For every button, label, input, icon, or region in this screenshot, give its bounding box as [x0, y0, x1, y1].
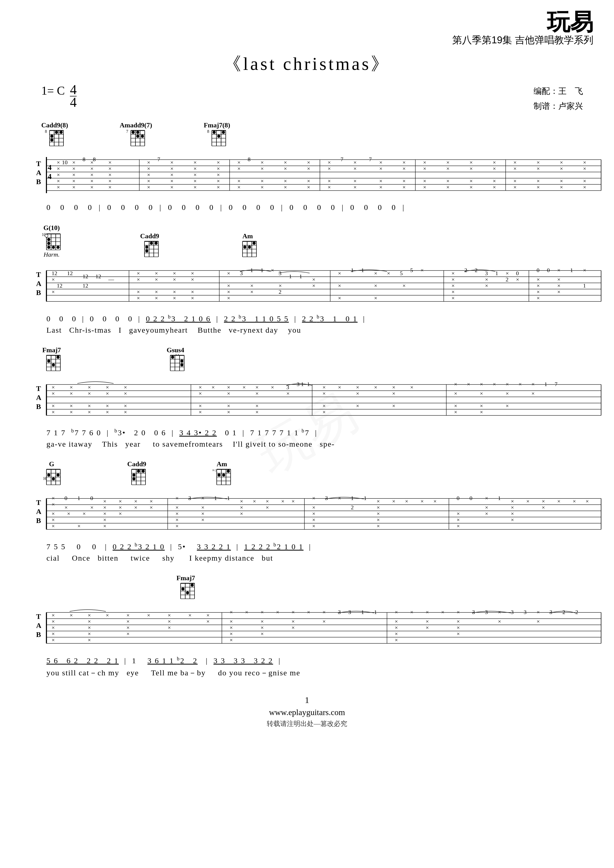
- svg-text:×: ×: [90, 172, 93, 178]
- svg-text:×: ×: [493, 159, 496, 166]
- svg-text:×: ×: [536, 184, 540, 190]
- svg-text:B: B: [36, 516, 41, 524]
- svg-text:×: ×: [126, 631, 129, 637]
- svg-text:×: ×: [511, 504, 514, 511]
- svg-text:×: ×: [338, 282, 341, 289]
- svg-text:×: ×: [322, 609, 326, 615]
- chord-g10: G(10) 10: [41, 224, 62, 258]
- svg-text:×: ×: [173, 295, 176, 301]
- svg-text:8: 8: [93, 156, 96, 163]
- svg-text:1: 1: [364, 495, 367, 501]
- svg-text:×: ×: [377, 504, 380, 511]
- svg-text:2: 2: [563, 609, 565, 615]
- svg-text:×: ×: [379, 178, 382, 184]
- svg-text:×: ×: [245, 609, 248, 615]
- svg-point-455: [218, 473, 221, 477]
- svg-text:×: ×: [480, 381, 483, 388]
- svg-text:×: ×: [227, 282, 230, 289]
- svg-text:×: ×: [312, 516, 315, 523]
- svg-text:×: ×: [201, 495, 204, 501]
- svg-text:×: ×: [513, 165, 516, 172]
- svg-text:×: ×: [457, 624, 460, 631]
- svg-text:×: ×: [457, 618, 460, 625]
- svg-text:×: ×: [322, 384, 326, 391]
- svg-text:×: ×: [51, 631, 55, 637]
- lyrics-row-3: ga-ve itaway This year to savemefromtear…: [21, 438, 593, 450]
- website: www.eplayguitars.com: [21, 708, 593, 717]
- svg-text:×: ×: [457, 510, 460, 517]
- svg-point-333: [180, 360, 183, 363]
- svg-text:×: ×: [51, 624, 55, 631]
- svg-text:×: ×: [446, 178, 449, 184]
- svg-text:×: ×: [108, 159, 112, 166]
- svg-text:×: ×: [423, 159, 426, 166]
- svg-text:×: ×: [454, 409, 457, 415]
- svg-text:×: ×: [513, 159, 516, 166]
- svg-text:×: ×: [410, 384, 413, 391]
- tab-staff-2: T A B 12 12 12: [31, 260, 604, 312]
- svg-text:×: ×: [168, 612, 171, 618]
- svg-text:×: ×: [261, 609, 264, 615]
- svg-text:×: ×: [292, 498, 295, 504]
- svg-text:×: ×: [405, 498, 408, 504]
- svg-text:×: ×: [536, 282, 540, 289]
- svg-text:×: ×: [469, 165, 473, 172]
- svg-text:×: ×: [227, 288, 230, 295]
- svg-text:×: ×: [72, 159, 75, 166]
- tab-staff-4: T A B × 0 1 0 × ×: [31, 488, 604, 540]
- svg-text:×: ×: [261, 159, 264, 166]
- header-right: 玩易 第八季第19集 吉他弹唱教学系列: [452, 10, 593, 46]
- svg-text:1: 1: [374, 609, 377, 615]
- section-1: Cadd9(8) 8: [21, 121, 593, 214]
- svg-text:12: 12: [82, 282, 88, 289]
- svg-text:×: ×: [307, 159, 310, 166]
- svg-text:×: ×: [485, 282, 488, 289]
- svg-text:×: ×: [90, 504, 93, 511]
- numbers-row-2: 0 0 0 | 0 0 0 0 | 0 2 2 b3 2 1 0 6 | 2 2…: [21, 312, 593, 324]
- svg-point-428: [47, 473, 50, 477]
- svg-text:×: ×: [147, 172, 150, 178]
- svg-text:×: ×: [506, 270, 509, 276]
- svg-text:×: ×: [454, 381, 457, 388]
- svg-text:×: ×: [217, 172, 220, 178]
- svg-point-26: [136, 135, 139, 138]
- svg-text:×: ×: [426, 609, 429, 615]
- svg-text:×: ×: [557, 282, 560, 289]
- svg-text:×: ×: [67, 510, 70, 517]
- svg-text:×: ×: [379, 165, 382, 172]
- svg-text:×: ×: [255, 403, 258, 409]
- svg-text:—: —: [108, 276, 114, 283]
- svg-point-209: [248, 245, 251, 249]
- svg-point-195: [145, 245, 148, 249]
- svg-text:×: ×: [278, 282, 282, 289]
- svg-text:×: ×: [395, 624, 398, 631]
- svg-text:×: ×: [119, 504, 122, 511]
- svg-text:T: T: [36, 160, 41, 167]
- svg-point-185: [56, 246, 60, 249]
- svg-text:×: ×: [88, 618, 91, 625]
- svg-text:×: ×: [387, 270, 390, 276]
- chord-cadd9-3: Cadd9: [126, 460, 147, 486]
- svg-text:×: ×: [307, 178, 310, 184]
- svg-text:1: 1: [250, 267, 253, 273]
- tab-staff-3: T A B × × × × × × ×: [31, 374, 604, 426]
- series-info: 第八季第19集 吉他弹唱教学系列: [452, 34, 593, 46]
- svg-text:×: ×: [322, 409, 326, 415]
- svg-text:×: ×: [240, 510, 243, 517]
- svg-point-566: [191, 584, 194, 587]
- svg-text:×: ×: [284, 178, 287, 184]
- svg-text:×: ×: [255, 384, 258, 391]
- numbers-row-3: 7 1 7 b7 7 6 0 | b3• 2 0 0 6 | 3 4 3• 2 …: [21, 426, 593, 438]
- svg-text:×: ×: [519, 381, 522, 388]
- svg-text:×: ×: [147, 159, 150, 166]
- svg-text:×: ×: [227, 295, 230, 301]
- svg-text:×: ×: [124, 384, 127, 391]
- svg-text:8: 8: [248, 156, 250, 163]
- chord-am-2: Am ×○: [211, 460, 232, 486]
- footer: 1 www.eplayguitars.com 转载请注明出处—篡改必究: [21, 695, 593, 728]
- svg-text:×: ×: [322, 390, 326, 397]
- svg-text:×: ×: [292, 618, 295, 625]
- svg-text:×: ×: [134, 504, 137, 511]
- svg-point-443: [137, 470, 140, 473]
- svg-text:×: ×: [51, 288, 55, 295]
